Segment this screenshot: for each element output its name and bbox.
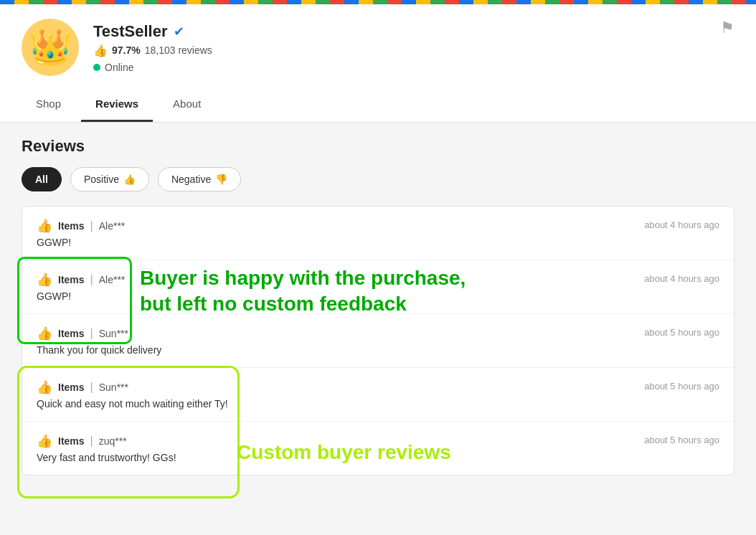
review-thumb-icon: 👍: [37, 326, 52, 341]
review-thumb-icon: 👍: [37, 433, 52, 449]
review-product: Items: [58, 328, 85, 339]
review-thumb-icon: 👍: [37, 272, 52, 288]
review-product: Items: [58, 274, 85, 285]
review-left: 👍 Items | zuq*** Very fast and trustwort…: [37, 433, 176, 463]
review-product: Items: [58, 382, 85, 393]
review-buyer: Sun***: [99, 328, 128, 339]
table-row: 👍 Items | Ale*** GGWP! about 4 hours ago: [22, 207, 734, 260]
review-text: GGWP!: [37, 237, 125, 248]
review-meta: 👍 Items | Ale***: [37, 272, 125, 288]
review-thumb-icon: 👍: [37, 218, 52, 234]
seller-name-row: TestSeller ✔: [93, 22, 734, 41]
review-left: 👍 Items | Ale*** GGWP!: [37, 218, 125, 248]
review-time: about 5 hours ago: [644, 435, 719, 445]
review-text: GGWP!: [37, 290, 125, 302]
reviews-list: 👍 Items | Ale*** GGWP! about 4 hours ago: [22, 206, 734, 475]
review-top-row: 👍 Items | zuq*** Very fast and trustwort…: [37, 433, 719, 463]
avatar: 👑: [22, 19, 79, 76]
review-left: 👍 Items | Sun*** Thank you for quick del…: [37, 326, 161, 356]
seller-name: TestSeller: [93, 22, 168, 41]
review-time: about 4 hours ago: [644, 219, 719, 230]
filter-positive-button[interactable]: Positive 👍: [70, 167, 149, 191]
filter-negative-button[interactable]: Negative 👎: [158, 167, 241, 191]
review-thumb-icon: 👍: [37, 379, 52, 395]
table-row: 👍 Items | zuq*** Very fast and trustwort…: [22, 422, 734, 475]
tab-about[interactable]: About: [159, 87, 215, 122]
verified-badge: ✔: [174, 24, 184, 39]
review-separator: |: [90, 435, 93, 448]
negative-label: Negative: [171, 174, 211, 185]
rating-percent: 97.7%: [112, 44, 141, 56]
review-product: Items: [58, 435, 85, 447]
rating-thumb-icon: 👍: [93, 44, 108, 57]
review-meta: 👍 Items | zuq***: [37, 433, 176, 449]
online-dot-icon: [93, 64, 100, 71]
review-top-row: 👍 Items | Sun*** Thank you for quick del…: [37, 326, 719, 356]
review-buyer: Sun***: [99, 382, 128, 393]
review-left: 👍 Items | Sun*** Quick and easy not much…: [37, 379, 228, 409]
avatar-icon: 👑: [29, 30, 72, 65]
filter-all-button[interactable]: All: [22, 167, 62, 191]
tab-shop[interactable]: Shop: [22, 87, 75, 122]
review-separator: |: [90, 381, 93, 394]
negative-thumb-icon: 👎: [215, 174, 227, 185]
review-separator: |: [90, 327, 93, 340]
profile-info: TestSeller ✔ 👍 97.7% 18,103 reviews Onli…: [93, 22, 734, 73]
review-buyer: Ale***: [99, 220, 126, 232]
rating-row: 👍 97.7% 18,103 reviews: [93, 44, 734, 57]
positive-label: Positive: [84, 174, 119, 185]
review-separator: |: [90, 219, 93, 232]
review-meta: 👍 Items | Sun***: [37, 326, 161, 341]
main-content: Reviews All Positive 👍 Negative 👎 👍 Item…: [0, 123, 756, 490]
page-wrapper: 👑 TestSeller ✔ 👍 97.7% 18,103 reviews On…: [0, 0, 756, 535]
review-meta: 👍 Items | Ale***: [37, 218, 125, 234]
review-top-row: 👍 Items | Ale*** GGWP! about 4 hours ago: [37, 272, 719, 302]
profile-section: 👑 TestSeller ✔ 👍 97.7% 18,103 reviews On…: [0, 4, 756, 123]
online-status: Online: [93, 62, 734, 73]
positive-thumb-icon: 👍: [123, 174, 136, 185]
review-buyer: zuq***: [99, 435, 127, 447]
review-text: Very fast and trustworthy! GGs!: [37, 452, 176, 463]
review-top-row: 👍 Items | Ale*** GGWP! about 4 hours ago: [37, 218, 719, 248]
flag-button[interactable]: ⚑: [720, 19, 734, 37]
table-row: 👍 Items | Sun*** Quick and easy not much…: [22, 368, 734, 422]
review-buyer: Ale***: [99, 274, 126, 285]
tabs-row: Shop Reviews About: [22, 87, 734, 122]
review-time: about 5 hours ago: [644, 327, 719, 338]
online-label: Online: [105, 62, 133, 73]
review-meta: 👍 Items | Sun***: [37, 379, 228, 395]
review-separator: |: [90, 273, 93, 286]
table-row: 👍 Items | Ale*** GGWP! about 4 hours ago: [22, 260, 734, 314]
review-text: Quick and easy not much waiting either T…: [37, 398, 228, 409]
filter-bar: All Positive 👍 Negative 👎: [22, 167, 734, 191]
review-product: Items: [58, 220, 85, 232]
review-top-row: 👍 Items | Sun*** Quick and easy not much…: [37, 379, 719, 409]
review-count: 18,103 reviews: [145, 44, 212, 56]
table-row: 👍 Items | Sun*** Thank you for quick del…: [22, 314, 734, 368]
review-left: 👍 Items | Ale*** GGWP!: [37, 272, 125, 302]
tab-reviews[interactable]: Reviews: [81, 87, 153, 122]
review-time: about 5 hours ago: [644, 381, 719, 392]
review-text: Thank you for quick delivery: [37, 344, 161, 356]
reviews-title: Reviews: [22, 137, 734, 156]
review-time: about 4 hours ago: [644, 273, 719, 284]
profile-header: 👑 TestSeller ✔ 👍 97.7% 18,103 reviews On…: [22, 19, 734, 87]
